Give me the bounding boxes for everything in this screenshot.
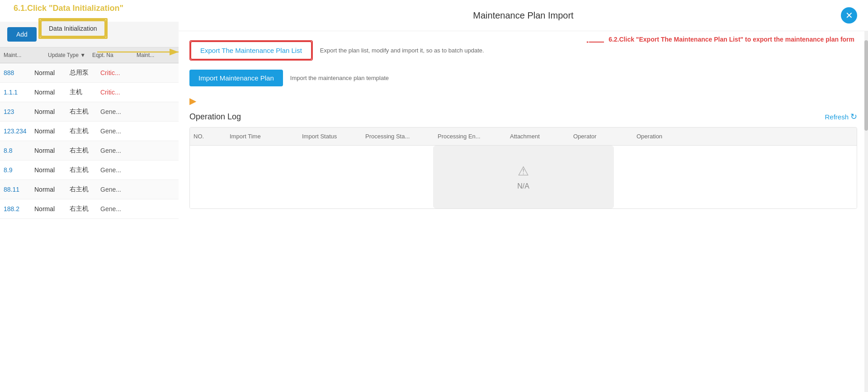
import-description: Import the maintenance plan template xyxy=(290,75,389,81)
cell-status: Gene... xyxy=(100,128,121,135)
table-row: 123 Normal 右主机 Gene... xyxy=(0,102,181,122)
col-header-update-type: Update Type ▼ xyxy=(48,52,89,58)
cell-type: Normal xyxy=(34,186,66,193)
cell-type: Normal xyxy=(34,166,66,174)
cell-type: Normal xyxy=(34,89,66,96)
modal-scrollbar[interactable] xyxy=(864,31,868,392)
annotation-red-arrow xyxy=(587,37,605,47)
col-header-maint: Maint... xyxy=(4,52,44,58)
refresh-label: Refresh xyxy=(825,113,849,121)
section-divider-arrow: ▶ xyxy=(179,94,868,108)
cell-id: 123 xyxy=(4,108,31,115)
cell-name: 右主机 xyxy=(70,205,97,213)
table-row: 123.234 Normal 右主机 Gene... xyxy=(0,122,181,141)
cell-name: 主机 xyxy=(70,88,97,96)
export-button-highlight: Export The Maintenance Plan List xyxy=(189,40,313,61)
cell-name: 右主机 xyxy=(70,127,97,135)
cell-name: 右主机 xyxy=(70,108,97,116)
cell-name: 右主机 xyxy=(70,166,97,174)
scrollbar-thumb[interactable] xyxy=(864,40,868,131)
export-description: Export the plan list, modify and import … xyxy=(320,47,484,54)
modal-title: Maintenance Plan Import xyxy=(206,10,841,21)
cell-id: 88.11 xyxy=(4,186,31,193)
cell-type: Normal xyxy=(34,128,66,135)
cell-status: Gene... xyxy=(100,147,121,154)
background-table-area: 6.1.Click "Data Initialization" Add Data… xyxy=(0,0,181,392)
warning-icon: ⚠ xyxy=(518,164,529,179)
cell-name: 右主机 xyxy=(70,146,97,155)
operation-log-title: Operation Log xyxy=(189,112,241,122)
table-row: 1.1.1 Normal 主机 Critic... xyxy=(0,83,181,102)
cell-status: Gene... xyxy=(100,186,121,193)
step61-annotation: 6.1.Click "Data Initialization" xyxy=(14,4,123,13)
import-maintenance-plan-button[interactable]: Import Maintenance Plan xyxy=(189,70,283,86)
step62-annotation-container: 6.2.Click "Export The Maintenance Plan L… xyxy=(587,36,854,47)
table-row: 888 Normal 总用泵 Critic... xyxy=(0,63,181,83)
table-row: 8.8 Normal 右主机 Gene... xyxy=(0,141,181,161)
empty-state-container: ⚠ N/A xyxy=(433,146,614,208)
data-init-highlight-box: Data Initialization xyxy=(38,18,108,39)
col-import-time: Import Time xyxy=(230,133,302,140)
col-import-status: Import Status xyxy=(302,133,365,140)
cell-type: Normal xyxy=(34,108,66,115)
cell-id: 123.234 xyxy=(4,128,31,135)
cell-id: 8.8 xyxy=(4,147,31,154)
col-operator: Operator xyxy=(573,133,637,140)
col-header-eqpt: Eqpt. Na xyxy=(92,52,133,58)
cell-status: Critic... xyxy=(100,89,120,96)
cell-id: 1.1.1 xyxy=(4,89,31,96)
operation-log-table: NO. Import Time Import Status Processing… xyxy=(189,127,857,209)
step62-annotation-label: 6.2.Click "Export The Maintenance Plan L… xyxy=(609,36,854,43)
cell-type: Normal xyxy=(34,205,66,213)
export-section: Export The Maintenance Plan List Export … xyxy=(179,31,868,66)
modal-body: Export The Maintenance Plan List Export … xyxy=(179,31,868,392)
refresh-button[interactable]: Refresh ↻ xyxy=(825,112,857,122)
col-no: NO. xyxy=(193,133,230,140)
cell-id: 888 xyxy=(4,69,31,76)
table-row: 88.11 Normal 右主机 Gene... xyxy=(0,180,181,199)
background-table-header: Maint... Update Type ▼ Eqpt. Na Maint... xyxy=(0,47,181,63)
operation-log-section: Operation Log Refresh ↻ NO. Import Time … xyxy=(179,108,868,213)
col-attachment: Attachment xyxy=(510,133,573,140)
cell-status: Critic... xyxy=(100,69,120,76)
operation-log-header: Operation Log Refresh ↻ xyxy=(189,112,857,122)
table-row: 188.2 Normal 右主机 Gene... xyxy=(0,199,181,219)
background-toolbar: Add Data Initialization xyxy=(0,22,181,47)
log-table-header: NO. Import Time Import Status Processing… xyxy=(190,128,857,146)
add-button[interactable]: Add xyxy=(7,27,37,42)
cell-name: 右主机 xyxy=(70,185,97,194)
cell-status: Gene... xyxy=(100,108,121,115)
cell-id: 188.2 xyxy=(4,205,31,213)
cell-id: 8.9 xyxy=(4,166,31,174)
log-table-body: ⚠ N/A xyxy=(190,146,857,208)
na-text: N/A xyxy=(517,182,529,190)
export-maintenance-plan-list-button[interactable]: Export The Maintenance Plan List xyxy=(190,41,312,60)
modal-close-button[interactable]: ✕ xyxy=(841,7,857,24)
maintenance-plan-import-modal: Maintenance Plan Import ✕ Export The Mai… xyxy=(179,0,868,392)
col-processing-end: Processing En... xyxy=(438,133,510,140)
table-row: 8.9 Normal 右主机 Gene... xyxy=(0,161,181,180)
refresh-icon: ↻ xyxy=(850,112,857,122)
col-header-maint2: Maint... xyxy=(137,52,177,58)
col-operation: Operation xyxy=(637,133,700,140)
cell-status: Gene... xyxy=(100,166,121,174)
cell-type: Normal xyxy=(34,147,66,154)
cell-status: Gene... xyxy=(100,205,121,213)
col-processing-start: Processing Sta... xyxy=(365,133,438,140)
cell-name: 总用泵 xyxy=(70,69,97,77)
data-initialization-button[interactable]: Data Initialization xyxy=(41,20,105,37)
cell-type: Normal xyxy=(34,69,66,76)
import-section: Import Maintenance Plan Import the maint… xyxy=(179,66,868,94)
modal-header: Maintenance Plan Import ✕ xyxy=(179,0,868,31)
